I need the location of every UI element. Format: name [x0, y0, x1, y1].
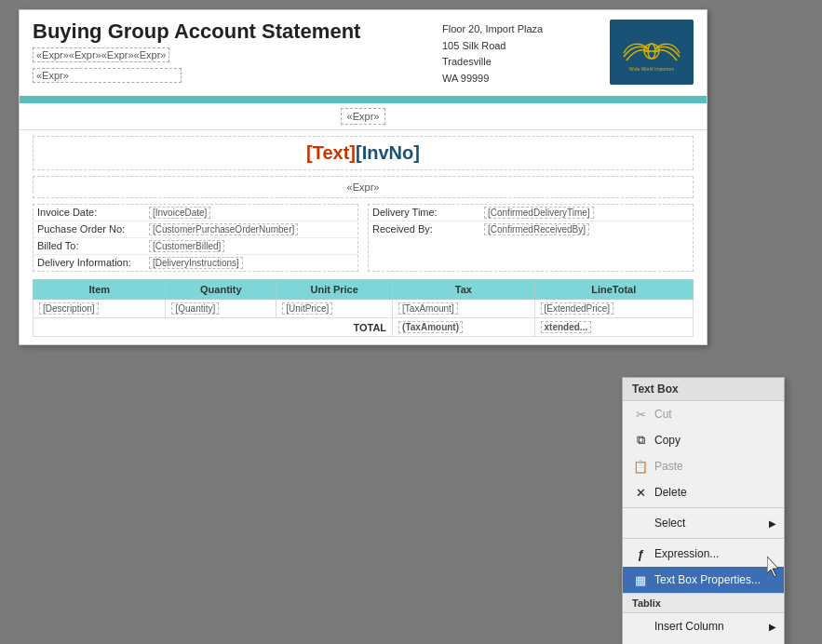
col-header-tax: Tax: [393, 280, 534, 300]
details-left: Invoice Date: [InvoiceDate] Puchase Orde…: [33, 204, 358, 272]
total-row: TOTAL (TaxAmount) xtended...: [34, 318, 694, 337]
copy-label: Copy: [654, 434, 681, 447]
line-total-expr: [ExtendedPrice]: [541, 302, 614, 315]
quantity-expr: [Quantity]: [171, 302, 219, 315]
header-address: Floor 20, Import Plaza 105 Silk Road Tra…: [442, 20, 610, 87]
cell-line-total: [ExtendedPrice]: [534, 300, 693, 318]
inv-no-part: [InvNo]: [356, 142, 420, 163]
total-tax-expr: (TaxAmount): [398, 321, 463, 333]
select-icon: [632, 515, 649, 531]
address-line1: Floor 20, Import Plaza: [442, 21, 610, 38]
detail-row-delivery-info: Delivery Information: [DeliveryInstructi…: [34, 255, 357, 271]
report-header: Buying Group Account Statement «Expr»«Ex…: [20, 10, 707, 98]
details-right: Delivery Time: [ConfirmedDeliveryTime] R…: [368, 204, 694, 272]
cut-label: Cut: [654, 408, 672, 421]
context-menu-item-select[interactable]: Select ▶: [623, 510, 784, 536]
detail-row-received: Received By: [ConfirmedReceivedBy]: [369, 221, 693, 237]
address-line4: WA 99999: [442, 71, 610, 87]
total-tax: (TaxAmount): [393, 318, 534, 337]
cell-description: [Description]: [34, 300, 166, 318]
description-expr: [Description]: [39, 302, 99, 315]
context-menu-item-expression[interactable]: ƒ Expression...: [623, 541, 784, 567]
expr-placeholder-1: «Expr»«Expr»«Expr»«Expr»: [33, 47, 169, 62]
detail-row-invoice-date: Invoice Date: [InvoiceDate]: [34, 205, 357, 221]
separator-1: [623, 507, 784, 508]
context-menu-item-delete[interactable]: ✕ Delete: [623, 479, 784, 505]
data-table: Item Quantity Unit Price Tax LineTotal […: [33, 279, 694, 337]
cell-quantity: [Quantity]: [166, 300, 276, 318]
detail-row-delivery-time: Delivery Time: [ConfirmedDeliveryTime]: [369, 205, 693, 221]
expr-bar-2-text: «Expr»: [347, 181, 380, 193]
col-header-item: Item: [34, 280, 166, 300]
context-menu-item-copy[interactable]: ⧉ Copy: [623, 427, 784, 453]
billed-label: Billed To:: [37, 240, 149, 252]
delete-label: Delete: [654, 486, 687, 499]
table-header-row: Item Quantity Unit Price Tax LineTotal: [34, 280, 694, 300]
delivery-info-value: [DeliveryInstructions]: [149, 257, 243, 269]
report-title: Buying Group Account Statement: [33, 20, 442, 44]
total-line-total: xtended...: [534, 318, 693, 337]
textbox-properties-label: Text Box Properties...: [654, 573, 761, 586]
total-label: TOTAL: [34, 318, 393, 337]
cell-tax: [TaxAmount]: [393, 300, 534, 318]
delivery-time-label: Delivery Time:: [372, 207, 484, 219]
context-menu-item-cut[interactable]: ✂ Cut: [623, 401, 784, 427]
context-menu-item-paste[interactable]: 📋 Paste: [623, 453, 784, 479]
insert-column-icon: [632, 618, 649, 635]
paste-icon: 📋: [632, 458, 649, 475]
received-label: Received By:: [372, 223, 484, 235]
received-value: [ConfirmedReceivedBy]: [484, 223, 589, 235]
po-label: Puchase Order No:: [37, 223, 149, 235]
delivery-info-label: Delivery Information:: [37, 257, 149, 269]
context-menu-header: Text Box: [623, 378, 784, 401]
inv-title-section: [Text][InvNo]: [33, 136, 694, 170]
billed-value: [CustomerBilled]: [149, 240, 224, 252]
address-line3: Tradesville: [442, 54, 610, 71]
col-header-quantity: Quantity: [166, 280, 276, 300]
cell-unit-price: [UnitPrice]: [276, 300, 393, 318]
invoice-details: Invoice Date: [InvoiceDate] Puchase Orde…: [33, 204, 694, 272]
textbox-properties-icon: ▦: [632, 571, 649, 588]
detail-row-po: Puchase Order No: [CustomerPurchaseOrder…: [34, 221, 357, 238]
total-line-total-expr: xtended...: [541, 321, 592, 333]
select-label: Select: [654, 517, 685, 530]
col-header-line-total: LineTotal: [534, 280, 693, 300]
expr-bar-2: «Expr»: [33, 176, 694, 198]
cut-icon: ✂: [632, 406, 649, 423]
invoice-date-value: [InvoiceDate]: [149, 207, 210, 219]
tablix-section-header: Tablix: [623, 593, 784, 613]
address-line2: 105 Silk Road: [442, 38, 610, 55]
detail-row-billed: Billed To: [CustomerBilled]: [34, 238, 357, 255]
context-menu-item-textbox-properties[interactable]: ▦ Text Box Properties...: [623, 567, 784, 593]
context-menu: Text Box ✂ Cut ⧉ Copy 📋 Paste ✕ Delete S…: [622, 377, 785, 644]
expr-bar-1: «Expr»: [20, 103, 707, 130]
select-arrow: ▶: [769, 518, 776, 529]
expr-bar-1-text: «Expr»: [341, 108, 386, 125]
context-menu-item-insert-row[interactable]: Insert Row ▶: [623, 639, 784, 644]
report-document: Buying Group Account Statement «Expr»«Ex…: [19, 9, 707, 345]
paste-label: Paste: [654, 460, 683, 473]
company-logo: Wide World Importers: [610, 20, 694, 85]
po-value: [CustomerPurchaseOrderNumber]: [149, 223, 298, 235]
context-menu-item-insert-column[interactable]: Insert Column ▶: [623, 613, 784, 639]
separator-2: [623, 538, 784, 539]
expression-label: Expression...: [654, 547, 719, 560]
inv-text-part: [Text]: [306, 142, 356, 163]
inv-title: [Text][InvNo]: [39, 142, 687, 164]
tax-expr: [TaxAmount]: [398, 302, 458, 315]
unit-price-expr: [UnitPrice]: [282, 302, 332, 315]
col-header-unit-price: Unit Price: [276, 280, 393, 300]
header-left: Buying Group Account Statement «Expr»«Ex…: [33, 20, 442, 83]
insert-column-arrow: ▶: [769, 622, 776, 632]
copy-icon: ⧉: [632, 432, 649, 449]
table-row: [Description] [Quantity] [UnitPrice] [Ta…: [34, 300, 694, 318]
svg-text:Wide World Importers: Wide World Importers: [629, 66, 675, 72]
logo-svg: Wide World Importers: [619, 27, 684, 78]
expression-icon: ƒ: [632, 545, 649, 562]
expr-placeholder-2: «Expr»: [33, 68, 182, 83]
invoice-date-label: Invoice Date:: [37, 207, 149, 219]
insert-column-label: Insert Column: [654, 620, 724, 633]
delete-icon: ✕: [632, 484, 649, 501]
delivery-time-value: [ConfirmedDeliveryTime]: [484, 207, 594, 219]
